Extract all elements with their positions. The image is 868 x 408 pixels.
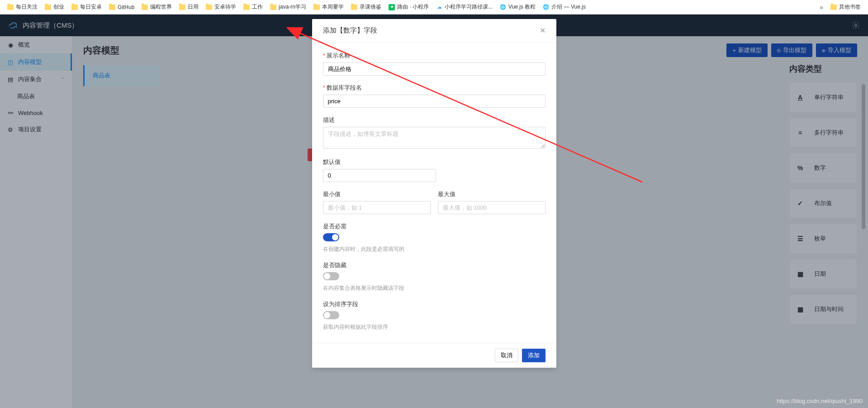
bookmark-item[interactable]: ✦路由 · 小程序 — [386, 2, 432, 12]
required-help: 在创建内容时，此段是必需填写的 — [323, 245, 545, 253]
description-input[interactable] — [323, 127, 545, 149]
folder-icon — [270, 5, 276, 10]
required-switch[interactable] — [323, 233, 339, 241]
sort-help: 获取内容时根据此字段排序 — [323, 323, 545, 331]
close-icon[interactable]: ✕ — [540, 26, 545, 35]
folder-icon — [313, 5, 320, 10]
folder-icon — [830, 5, 837, 10]
watermark: https://blog.csdn.net/qiushi_1990 — [777, 398, 863, 404]
bookmark-item[interactable]: 每日关注 — [5, 2, 40, 12]
folder-icon — [7, 5, 14, 10]
max-input[interactable] — [438, 201, 545, 214]
bookmark-item[interactable]: java-rn学习 — [267, 2, 309, 12]
default-input[interactable] — [323, 169, 436, 182]
db-field-input[interactable] — [323, 95, 545, 108]
cancel-button[interactable]: 取消 — [495, 349, 518, 362]
display-name-label: *展示名称 — [323, 52, 545, 60]
hidden-label: 是否隐藏 — [323, 261, 545, 269]
folder-icon — [71, 5, 78, 10]
modal-mask[interactable]: 添加【数字】字段 ✕ *展示名称 *数据库字段名 描述 默认值 最小 — [0, 14, 868, 408]
bookmark-item[interactable]: 工作 — [241, 2, 266, 12]
bookmark-item[interactable]: GitHub — [106, 3, 137, 11]
default-label: 默认值 — [323, 158, 545, 166]
bookmark-item[interactable]: 编程世界 — [139, 2, 175, 12]
folder-icon — [206, 5, 212, 10]
folder-icon — [109, 5, 115, 10]
hidden-switch[interactable] — [323, 272, 339, 280]
bookmark-item[interactable]: 日用 — [176, 2, 201, 12]
bookmark-overflow[interactable]: » — [817, 4, 826, 11]
min-input[interactable] — [323, 201, 431, 214]
bookmark-other[interactable]: 其他书签 — [828, 2, 863, 12]
folder-icon — [45, 5, 51, 10]
cloud-icon: ☁ — [436, 4, 442, 10]
bookmark-item[interactable]: 本周要学 — [311, 2, 346, 12]
hidden-help: 在内容集合表格展示时隐藏该字段 — [323, 284, 545, 292]
modal-title: 添加【数字】字段 — [323, 26, 377, 35]
globe-icon: 🌐 — [500, 4, 506, 10]
bookmark-item[interactable]: ☁小程序学习路径课... — [433, 2, 495, 12]
bookmark-item[interactable]: 录课借鉴 — [348, 2, 384, 12]
wechat-icon: ✦ — [389, 4, 395, 10]
sort-label: 设为排序字段 — [323, 300, 545, 308]
add-button[interactable]: 添加 — [522, 349, 545, 362]
bookmark-item[interactable]: 🌐Vue.js 教程 — [497, 2, 538, 12]
bookmark-bar: 每日关注 创业 每日安卓 GitHub 编程世界 日用 安卓待学 工作 java… — [0, 0, 868, 14]
folder-icon — [243, 5, 250, 10]
globe-icon: 🌐 — [543, 4, 549, 10]
bookmark-item[interactable]: 安卓待学 — [203, 2, 239, 12]
folder-icon — [179, 5, 185, 10]
display-name-input[interactable] — [323, 62, 545, 76]
bookmark-item[interactable]: 每日安卓 — [69, 2, 104, 12]
folder-icon — [142, 5, 148, 10]
folder-icon — [351, 5, 357, 10]
sort-switch[interactable] — [323, 311, 339, 319]
bookmark-item[interactable]: 🌐介绍 — Vue.js — [540, 2, 588, 12]
db-field-label: *数据库字段名 — [323, 84, 545, 92]
description-label: 描述 — [323, 116, 545, 124]
max-label: 最大值 — [438, 190, 545, 198]
required-label: 是否必需 — [323, 222, 545, 230]
bookmark-item[interactable]: 创业 — [42, 2, 67, 12]
min-label: 最小值 — [323, 190, 431, 198]
add-field-modal: 添加【数字】字段 ✕ *展示名称 *数据库字段名 描述 默认值 最小 — [312, 19, 556, 368]
